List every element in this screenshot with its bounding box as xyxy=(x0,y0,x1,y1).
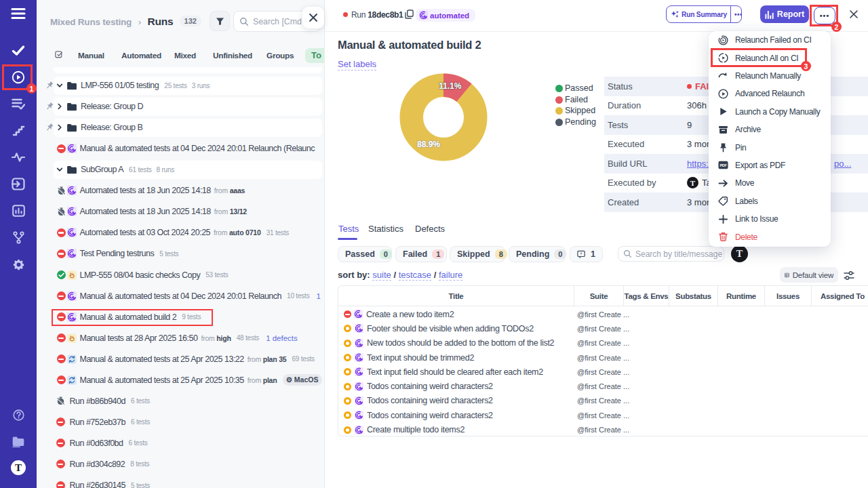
svg-text:PDF: PDF xyxy=(719,163,727,167)
